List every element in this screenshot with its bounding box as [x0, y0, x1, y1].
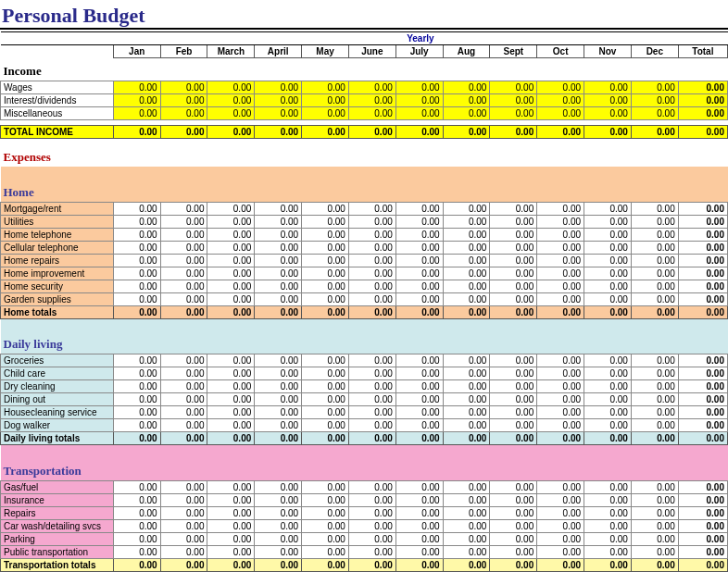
- cell[interactable]: 0.00: [490, 380, 537, 393]
- cell[interactable]: 0.00: [113, 267, 160, 280]
- cell[interactable]: 0.00: [537, 367, 584, 380]
- cell[interactable]: 0.00: [160, 354, 207, 367]
- cell[interactable]: 0.00: [537, 393, 584, 406]
- cell[interactable]: 0.00: [207, 380, 255, 393]
- cell[interactable]: 0.00: [537, 532, 584, 545]
- cell[interactable]: 0.00: [443, 545, 490, 558]
- cell[interactable]: 0.00: [160, 380, 207, 393]
- cell[interactable]: 0.00: [443, 267, 490, 280]
- cell[interactable]: 0.00: [302, 519, 349, 532]
- cell[interactable]: 0.00: [113, 254, 160, 267]
- cell[interactable]: 0.00: [443, 228, 490, 241]
- cell[interactable]: 0.00: [631, 406, 678, 419]
- cell[interactable]: 0.00: [302, 215, 349, 228]
- cell[interactable]: 0.00: [255, 506, 302, 519]
- cell[interactable]: 0.00: [490, 292, 537, 305]
- cell[interactable]: 0.00: [113, 367, 160, 380]
- cell[interactable]: 0.00: [631, 545, 678, 558]
- cell[interactable]: 0.00: [490, 81, 537, 94]
- cell[interactable]: 0.00: [490, 419, 537, 432]
- cell[interactable]: 0.00: [584, 354, 632, 367]
- cell[interactable]: 0.00: [207, 254, 255, 267]
- cell[interactable]: 0.00: [537, 493, 584, 506]
- cell[interactable]: 0.00: [584, 393, 632, 406]
- cell[interactable]: 0.00: [395, 380, 443, 393]
- cell[interactable]: 0.00: [302, 228, 349, 241]
- cell[interactable]: 0.00: [584, 545, 632, 558]
- cell[interactable]: 0.00: [537, 406, 584, 419]
- cell[interactable]: 0.00: [490, 506, 537, 519]
- cell[interactable]: 0.00: [490, 493, 537, 506]
- cell[interactable]: 0.00: [255, 406, 302, 419]
- cell[interactable]: 0.00: [584, 280, 632, 292]
- cell[interactable]: 0.00: [490, 545, 537, 558]
- cell[interactable]: 0.00: [631, 367, 678, 380]
- cell[interactable]: 0.00: [348, 94, 395, 107]
- cell[interactable]: 0.00: [631, 380, 678, 393]
- cell[interactable]: 0.00: [584, 519, 632, 532]
- cell[interactable]: 0.00: [490, 267, 537, 280]
- cell[interactable]: 0.00: [537, 380, 584, 393]
- cell[interactable]: 0.00: [160, 532, 207, 545]
- cell[interactable]: 0.00: [537, 215, 584, 228]
- cell[interactable]: 0.00: [584, 215, 632, 228]
- cell[interactable]: 0.00: [395, 506, 443, 519]
- cell[interactable]: 0.00: [113, 94, 160, 107]
- cell[interactable]: 0.00: [348, 267, 395, 280]
- cell[interactable]: 0.00: [302, 493, 349, 506]
- cell[interactable]: 0.00: [255, 215, 302, 228]
- cell[interactable]: 0.00: [490, 519, 537, 532]
- cell[interactable]: 0.00: [537, 254, 584, 267]
- cell[interactable]: 0.00: [113, 532, 160, 545]
- cell[interactable]: 0.00: [113, 107, 160, 120]
- cell[interactable]: 0.00: [113, 393, 160, 406]
- cell[interactable]: 0.00: [160, 254, 207, 267]
- cell[interactable]: 0.00: [395, 545, 443, 558]
- cell[interactable]: 0.00: [631, 241, 678, 254]
- cell[interactable]: 0.00: [255, 367, 302, 380]
- cell[interactable]: 0.00: [537, 519, 584, 532]
- cell[interactable]: 0.00: [113, 228, 160, 241]
- cell[interactable]: 0.00: [348, 241, 395, 254]
- cell[interactable]: 0.00: [443, 354, 490, 367]
- cell[interactable]: 0.00: [537, 107, 584, 120]
- cell[interactable]: 0.00: [255, 519, 302, 532]
- cell[interactable]: 0.00: [443, 419, 490, 432]
- cell[interactable]: 0.00: [348, 81, 395, 94]
- cell[interactable]: 0.00: [537, 545, 584, 558]
- cell[interactable]: 0.00: [207, 545, 255, 558]
- cell[interactable]: 0.00: [302, 81, 349, 94]
- cell[interactable]: 0.00: [631, 354, 678, 367]
- cell[interactable]: 0.00: [207, 493, 255, 506]
- cell[interactable]: 0.00: [255, 292, 302, 305]
- cell[interactable]: 0.00: [490, 367, 537, 380]
- cell[interactable]: 0.00: [490, 354, 537, 367]
- cell[interactable]: 0.00: [631, 393, 678, 406]
- cell[interactable]: 0.00: [160, 292, 207, 305]
- cell[interactable]: 0.00: [395, 406, 443, 419]
- cell[interactable]: 0.00: [255, 354, 302, 367]
- cell[interactable]: 0.00: [395, 354, 443, 367]
- cell[interactable]: 0.00: [537, 81, 584, 94]
- cell[interactable]: 0.00: [348, 292, 395, 305]
- cell[interactable]: 0.00: [302, 419, 349, 432]
- cell[interactable]: 0.00: [584, 419, 632, 432]
- cell[interactable]: 0.00: [443, 241, 490, 254]
- cell[interactable]: 0.00: [443, 393, 490, 406]
- cell[interactable]: 0.00: [631, 419, 678, 432]
- cell[interactable]: 0.00: [207, 228, 255, 241]
- cell[interactable]: 0.00: [395, 519, 443, 532]
- cell[interactable]: 0.00: [113, 480, 160, 493]
- cell[interactable]: 0.00: [113, 81, 160, 94]
- cell[interactable]: 0.00: [207, 81, 255, 94]
- cell[interactable]: 0.00: [160, 228, 207, 241]
- cell[interactable]: 0.00: [160, 267, 207, 280]
- cell[interactable]: 0.00: [584, 493, 632, 506]
- cell[interactable]: 0.00: [160, 480, 207, 493]
- cell[interactable]: 0.00: [395, 367, 443, 380]
- cell[interactable]: 0.00: [302, 267, 349, 280]
- cell[interactable]: 0.00: [584, 380, 632, 393]
- cell[interactable]: 0.00: [537, 241, 584, 254]
- cell[interactable]: 0.00: [302, 94, 349, 107]
- cell[interactable]: 0.00: [160, 367, 207, 380]
